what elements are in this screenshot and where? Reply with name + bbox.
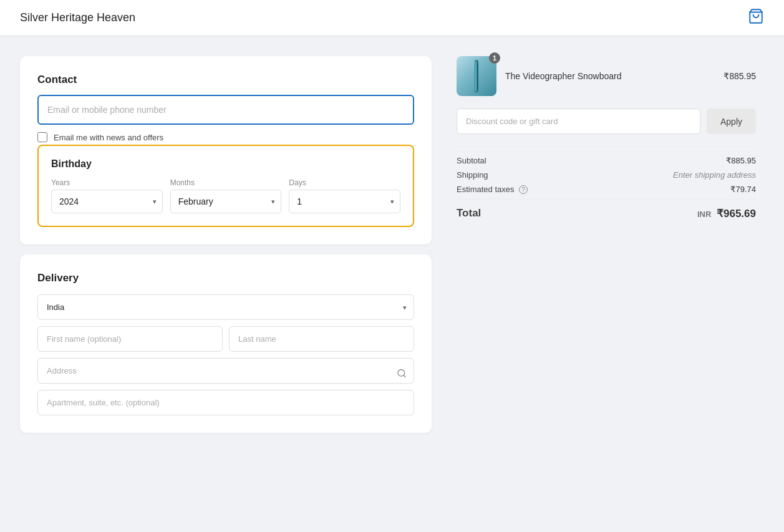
subtotal-value: ₹885.95 [726,156,756,165]
days-label: Days [289,178,400,187]
newsletter-checkbox[interactable] [37,132,47,142]
subtotal-label: Subtotal [457,156,486,165]
address-wrapper [37,358,414,390]
years-select[interactable]: 2024 2023 2022 2021 2020 [51,190,163,213]
last-name-input[interactable] [229,326,414,352]
delivery-card: Delivery India United States United King… [20,254,432,433]
apply-button[interactable]: Apply [707,109,756,134]
total-value: INR ₹965.69 [697,207,756,220]
days-select-wrapper: 1 2 3 4 5 ▾ [289,190,400,213]
snowboard-illustration [470,59,483,94]
years-select-wrapper: 2024 2023 2022 2021 2020 ▾ [51,190,163,213]
name-row [37,326,414,352]
totals-section: Subtotal ₹885.95 Shipping Enter shipping… [457,147,756,220]
discount-row: Apply [457,109,756,134]
country-select-wrapper: India United States United Kingdom ▾ [37,294,414,320]
years-group: Years 2024 2023 2022 2021 2020 ▾ [51,178,163,213]
delivery-title: Delivery [37,272,414,284]
first-name-input[interactable] [37,326,223,352]
months-select-wrapper: January February March April May June Ju… [170,190,282,213]
months-group: Months January February March April May … [170,178,282,213]
months-select[interactable]: January February March April May June Ju… [170,190,282,213]
left-column: Contact Email me with news and offers Bi… [20,56,432,433]
email-input[interactable] [37,95,414,125]
address-input[interactable] [37,358,414,384]
taxes-value: ₹79.74 [730,185,756,194]
cart-icon[interactable] [748,8,764,28]
taxes-info-icon[interactable]: ? [519,185,528,194]
newsletter-label: Email me with news and offers [54,133,163,142]
newsletter-row: Email me with news and offers [37,132,414,142]
header: Silver Heritage Heaven [0,0,784,36]
product-badge: 1 [489,52,500,64]
taxes-label: Estimated taxes ? [457,185,528,194]
svg-rect-5 [477,62,478,90]
birthday-title: Birthday [51,158,400,170]
main-layout: Contact Email me with news and offers Bi… [0,36,784,453]
address-search-icon [397,368,407,380]
birthday-box: Birthday Years 2024 2023 2022 2021 2020 [37,145,414,227]
shipping-row: Shipping Enter shipping address [457,170,756,180]
shipping-label: Shipping [457,170,488,180]
birthday-selects: Years 2024 2023 2022 2021 2020 ▾ [51,178,400,213]
product-row: 1 The Videographer Snowboard ₹885.95 [457,56,756,96]
total-amount: ₹965.69 [717,208,756,220]
total-row: Total INR ₹965.69 [457,199,756,220]
site-title: Silver Heritage Heaven [20,11,135,24]
contact-title: Contact [37,74,414,86]
right-column: 1 The Videographer Snowboard ₹885.95 App… [457,56,756,433]
total-label: Total [457,207,481,220]
svg-rect-4 [475,61,477,91]
product-image-wrapper: 1 [457,56,496,96]
taxes-row: Estimated taxes ? ₹79.74 [457,185,756,194]
product-name: The Videographer Snowboard [505,71,715,81]
product-price: ₹885.95 [724,71,756,81]
total-currency: INR [697,210,711,219]
days-group: Days 1 2 3 4 5 ▾ [289,178,400,213]
discount-input[interactable] [457,109,700,134]
days-select[interactable]: 1 2 3 4 5 [289,190,400,213]
country-select[interactable]: India United States United Kingdom [37,294,414,320]
contact-card: Contact Email me with news and offers Bi… [20,56,432,244]
apartment-input[interactable] [37,390,414,415]
svg-line-2 [404,375,405,377]
shipping-value: Enter shipping address [673,170,756,180]
months-label: Months [170,178,282,187]
years-label: Years [51,178,163,187]
subtotal-row: Subtotal ₹885.95 [457,156,756,165]
